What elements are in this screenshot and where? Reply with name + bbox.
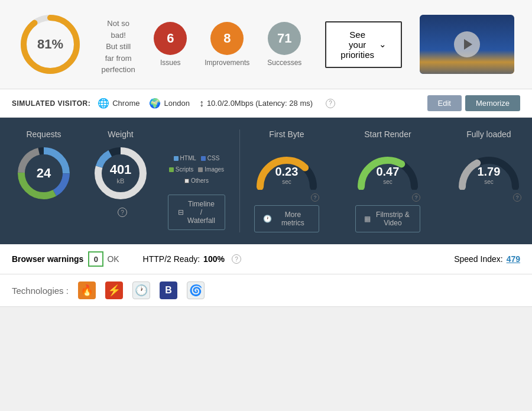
http2-value: 100% bbox=[203, 254, 225, 264]
fully-loaded-unit: sec bbox=[477, 179, 500, 185]
requests-title: Requests bbox=[26, 130, 61, 139]
speed-label: Speed Index: bbox=[454, 254, 503, 264]
http2-label: HTTP/2 Ready: bbox=[143, 254, 200, 264]
score-value: 81% bbox=[37, 37, 63, 51]
waterfall-icon: ⊟ bbox=[178, 208, 184, 216]
legend-scripts: Scripts bbox=[169, 166, 194, 173]
speed-index-section: Speed Index: 479 bbox=[454, 254, 520, 264]
improvements-label: Improvements bbox=[205, 59, 249, 67]
speed-item: ↕ 10.0/2.0Mbps (Latency: 28 ms) bbox=[199, 98, 313, 109]
filmstrip-icon: ▦ bbox=[364, 215, 371, 223]
memorize-button[interactable]: Memorize bbox=[465, 95, 520, 111]
score-ring: 81% bbox=[18, 12, 83, 77]
edit-button[interactable]: Edit bbox=[427, 95, 462, 111]
fully-loaded-val: 1.79 bbox=[477, 165, 500, 179]
fully-loaded-title: Fully loaded bbox=[466, 130, 511, 139]
issues-metric: 6 Issues bbox=[154, 22, 187, 67]
start-render-help-icon[interactable]: ? bbox=[412, 193, 420, 202]
score-description: Not so bad! But still far from perfectio… bbox=[100, 18, 136, 76]
improvements-badge: 8 bbox=[210, 22, 244, 55]
left-metrics: Requests 24 Weight bbox=[14, 130, 240, 232]
speed-index-value[interactable]: 479 bbox=[507, 254, 520, 264]
first-byte-title: First Byte bbox=[269, 130, 304, 139]
location-name: London bbox=[164, 99, 189, 108]
legend-others: Others bbox=[184, 177, 209, 184]
fully-loaded-block: Fully loaded 1.79 sec ? bbox=[456, 130, 521, 202]
weight-count: 401 bbox=[110, 162, 132, 177]
top-section: 81% Not so bad! But still far from perfe… bbox=[0, 0, 532, 89]
tech-icon-1: 🔥 bbox=[78, 281, 96, 299]
weight-donut: 401 kB bbox=[91, 144, 150, 203]
technologies-label: Technologies : bbox=[12, 286, 69, 296]
location-item: 🌍 London bbox=[149, 98, 189, 109]
visitor-actions: Edit Memorize bbox=[427, 95, 520, 111]
requests-count: 24 bbox=[37, 166, 51, 181]
requests-donut: 24 bbox=[14, 144, 73, 203]
issues-label: Issues bbox=[160, 59, 181, 67]
weight-title: Weight bbox=[108, 130, 133, 139]
speed-icon: ↕ bbox=[199, 98, 204, 109]
successes-badge: 71 bbox=[268, 22, 301, 55]
successes-label: Successes bbox=[267, 59, 301, 67]
clock-icon: 🕐 bbox=[263, 215, 272, 223]
waterfall-button[interactable]: ⊟ Timeline / Waterfall bbox=[168, 195, 225, 230]
first-byte-unit: sec bbox=[275, 179, 298, 185]
right-metrics: First Byte 0.23 sec ? 🕐 More metrics Sta… bbox=[240, 130, 521, 232]
http2-help-icon[interactable]: ? bbox=[232, 254, 241, 264]
more-metrics-button[interactable]: 🕐 More metrics bbox=[254, 205, 319, 232]
tech-icon-5: 🌀 bbox=[187, 281, 205, 299]
legend-css: CSS bbox=[201, 155, 220, 161]
browser-name: Chrome bbox=[112, 99, 140, 108]
metrics-panel: Requests 24 Weight bbox=[0, 118, 532, 244]
issue-metrics: 6 Issues 8 Improvements 71 Successes bbox=[154, 22, 301, 67]
tech-icon-3: 🕐 bbox=[132, 281, 150, 299]
browser-icon: 🌐 bbox=[98, 98, 109, 109]
priorities-button[interactable]: See your priorities ⌄ bbox=[325, 21, 402, 68]
visitor-bar: SIMULATED VISITOR: 🌐 Chrome 🌍 London ↕ 1… bbox=[0, 89, 532, 118]
warnings-bar: Browser warnings 0 OK HTTP/2 Ready: 100%… bbox=[0, 244, 532, 274]
http2-section: HTTP/2 Ready: 100% ? bbox=[143, 254, 241, 264]
start-render-unit: sec bbox=[376, 179, 399, 185]
tech-icon-4: B bbox=[160, 281, 177, 299]
warnings-ok: OK bbox=[107, 254, 119, 264]
technologies-bar: Technologies : 🔥 ⚡ 🕐 B 🌀 bbox=[0, 274, 532, 307]
tech-icon-2: ⚡ bbox=[105, 281, 123, 299]
speed-value: 10.0/2.0Mbps (Latency: 28 ms) bbox=[207, 99, 313, 108]
requests-block: Requests 24 bbox=[14, 130, 73, 203]
warnings-badge: 0 bbox=[88, 251, 103, 267]
weight-unit: kB bbox=[110, 177, 132, 185]
first-byte-block: First Byte 0.23 sec ? 🕐 More metrics bbox=[254, 130, 319, 232]
filmstrip-button[interactable]: ▦ Filmstrip & Video bbox=[355, 205, 420, 232]
warnings-label: Browser warnings bbox=[12, 254, 83, 264]
weight-block: Weight 401 kB ? bbox=[91, 130, 150, 217]
improvements-metric: 8 Improvements bbox=[205, 22, 249, 67]
successes-metric: 71 Successes bbox=[267, 22, 301, 67]
visitor-help-icon[interactable]: ? bbox=[326, 99, 335, 108]
browser-item: 🌐 Chrome bbox=[98, 98, 140, 109]
fully-loaded-help-icon[interactable]: ? bbox=[513, 193, 521, 202]
score-display: 81% bbox=[37, 37, 63, 52]
start-render-val: 0.47 bbox=[376, 165, 399, 179]
video-thumbnail[interactable] bbox=[420, 15, 514, 74]
globe-icon: 🌍 bbox=[149, 98, 161, 109]
weight-help-icon[interactable]: ? bbox=[118, 208, 127, 217]
legend-html: HTML bbox=[174, 155, 196, 161]
legend: HTML CSS Scripts Images Others bbox=[168, 155, 225, 184]
legend-images: Images bbox=[198, 166, 224, 173]
chevron-down-icon: ⌄ bbox=[379, 39, 387, 50]
visitor-label: SIMULATED VISITOR: bbox=[12, 99, 90, 108]
first-byte-help-icon[interactable]: ? bbox=[311, 193, 319, 202]
issues-badge: 6 bbox=[154, 22, 187, 55]
first-byte-val: 0.23 bbox=[275, 165, 298, 179]
start-render-title: Start Render bbox=[364, 130, 411, 139]
start-render-block: Start Render 0.47 sec ? ▦ Filmstrip & Vi… bbox=[355, 130, 420, 232]
